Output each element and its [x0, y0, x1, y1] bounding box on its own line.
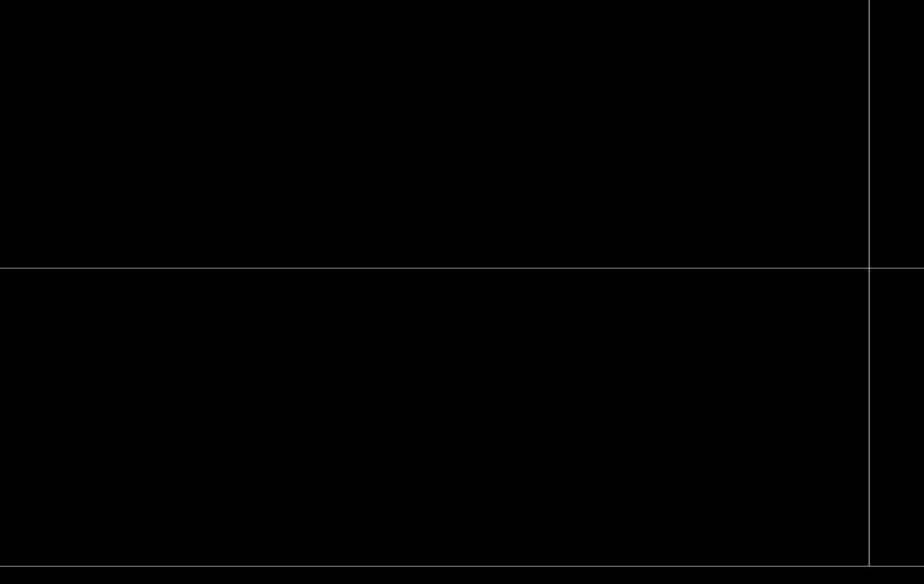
panel-separator[interactable] — [0, 268, 924, 269]
time-scale[interactable] — [0, 567, 924, 584]
price-chart-panel[interactable] — [0, 0, 869, 268]
chart-header — [3, 2, 22, 98]
price-scale[interactable] — [870, 0, 924, 584]
trading-app-window — [0, 0, 924, 584]
stochastic-indicator-panel[interactable] — [0, 269, 869, 566]
